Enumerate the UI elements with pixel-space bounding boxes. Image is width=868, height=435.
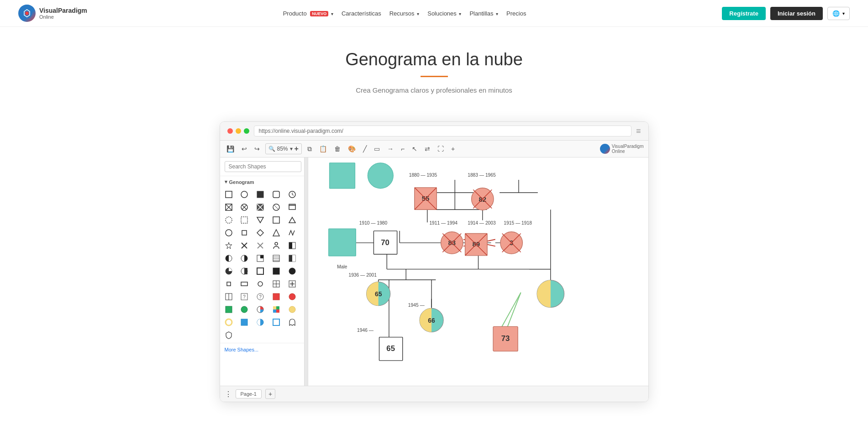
- shape-right-q[interactable]: [238, 265, 250, 277]
- shape-green-sq[interactable]: [223, 304, 235, 315]
- shape-sq-two[interactable]: [223, 291, 235, 303]
- redo-button[interactable]: ↪: [253, 144, 262, 153]
- shape-down-triangle[interactable]: [254, 214, 266, 226]
- shape-sq-grid[interactable]: [270, 278, 282, 290]
- add-page-button[interactable]: +: [265, 389, 275, 399]
- shape-sq-full[interactable]: [270, 265, 282, 277]
- login-button[interactable]: Iniciar sesión: [770, 7, 823, 20]
- shape-rounded-square[interactable]: [270, 189, 282, 200]
- nav-plantillas[interactable]: Plantillas ▾: [469, 10, 498, 17]
- canvas-area[interactable]: 1880 — 1935 1883 — 1965 1910 — 1980 1911…: [308, 157, 648, 386]
- dot-yellow[interactable]: [236, 128, 241, 134]
- shape-square-fill[interactable]: [254, 189, 266, 200]
- shape-q-mark[interactable]: ?: [238, 291, 250, 303]
- shape-blue-half[interactable]: [254, 316, 266, 328]
- shape-sq-outline2[interactable]: [270, 316, 282, 328]
- page-tab[interactable]: Page-1: [236, 389, 262, 398]
- shape-sq-sm2[interactable]: [223, 278, 235, 290]
- shape-three-quarter[interactable]: [223, 265, 235, 277]
- nav-recursos[interactable]: Recursos ▾: [389, 10, 420, 17]
- search-input[interactable]: [225, 161, 301, 172]
- fit-button[interactable]: ⛶: [436, 144, 446, 153]
- shape-clock[interactable]: [286, 189, 298, 200]
- shape-square-dotted[interactable]: [238, 214, 250, 226]
- zoom-out-icon[interactable]: 🔍: [268, 146, 275, 152]
- shape-half-circle-r[interactable]: [238, 252, 250, 264]
- zoom-in-icon[interactable]: +: [295, 145, 299, 153]
- shape-x-mark-2[interactable]: [254, 240, 266, 252]
- shape-circle-sm[interactable]: [254, 278, 266, 290]
- shape-red-circle[interactable]: [286, 291, 298, 303]
- shape-half-sq-b[interactable]: [286, 252, 298, 264]
- svg-rect-5: [273, 191, 279, 198]
- shape-half-black-sq[interactable]: [286, 240, 298, 252]
- shape-x-square-fill[interactable]: [254, 201, 266, 213]
- shape-pie-chart[interactable]: [254, 304, 266, 315]
- nav-precios[interactable]: Precios: [506, 10, 526, 17]
- fill-button[interactable]: 🎨: [346, 144, 358, 153]
- dot-green[interactable]: [244, 128, 249, 134]
- shape-sq-plus[interactable]: [286, 278, 298, 290]
- browser-url-bar[interactable]: https://online.visual-paradigm.com/: [254, 126, 631, 136]
- nav-caracteristicas[interactable]: Características: [342, 10, 381, 17]
- move-button[interactable]: ⇄: [423, 144, 432, 153]
- shape-square-small[interactable]: [238, 227, 250, 239]
- shape-shield[interactable]: [223, 329, 235, 341]
- paste-button[interactable]: 📋: [317, 144, 329, 153]
- zoom-caret-icon[interactable]: ▾: [290, 146, 293, 152]
- shape-x-mark[interactable]: [238, 240, 250, 252]
- shape-circle-3[interactable]: [223, 227, 235, 239]
- rect-button[interactable]: ▭: [372, 144, 382, 153]
- shape-circle-dotted[interactable]: [223, 214, 235, 226]
- shape-yellow-ring[interactable]: [223, 316, 235, 328]
- shape-archive[interactable]: [286, 201, 298, 213]
- shape-circle-full[interactable]: [286, 265, 298, 277]
- logo[interactable]: VisualParadigm Online: [18, 5, 87, 22]
- browser-menu-icon[interactable]: ≡: [636, 126, 641, 136]
- line-button[interactable]: ╱: [361, 144, 368, 153]
- shape-diamond[interactable]: [254, 227, 266, 239]
- shape-sq-color[interactable]: [270, 304, 282, 315]
- shape-zigzag[interactable]: [286, 227, 298, 239]
- shape-yellow-circle[interactable]: [286, 304, 298, 315]
- shape-sq-thin[interactable]: [238, 278, 250, 290]
- shape-ghost[interactable]: [286, 316, 298, 328]
- save-button[interactable]: 💾: [225, 144, 236, 153]
- shape-triangle-2[interactable]: [270, 227, 282, 239]
- delete-button[interactable]: 🗑: [332, 144, 342, 153]
- shape-star[interactable]: [223, 240, 235, 252]
- shape-half-circle-l[interactable]: [223, 252, 235, 264]
- shape-blue-sq[interactable]: [238, 316, 250, 328]
- nav-soluciones[interactable]: Soluciones ▾: [427, 10, 461, 17]
- more-shapes-button[interactable]: More Shapes...: [220, 343, 304, 356]
- shape-up-triangle[interactable]: [286, 214, 298, 226]
- arrow-button[interactable]: →: [385, 144, 395, 153]
- shape-circle-x2[interactable]: [270, 201, 282, 213]
- shape-quarter-sq[interactable]: [254, 252, 266, 264]
- shape-square-2[interactable]: [270, 214, 282, 226]
- copy-button[interactable]: ⧉: [305, 144, 314, 154]
- shape-square[interactable]: [223, 189, 235, 200]
- shape-circle[interactable]: [238, 189, 250, 200]
- shape-person[interactable]: [270, 240, 282, 252]
- nav-producto[interactable]: Producto NUEVO ▾: [283, 10, 333, 17]
- section-caret-icon[interactable]: ▾: [225, 179, 227, 185]
- undo-button[interactable]: ↩: [240, 144, 249, 153]
- page-options-icon[interactable]: ⋮: [225, 390, 232, 398]
- connect-button[interactable]: ⌐: [399, 144, 406, 153]
- shape-q-circle[interactable]: ?: [254, 291, 266, 303]
- shape-x-square[interactable]: [223, 201, 235, 213]
- shape-green-circle[interactable]: [238, 304, 250, 315]
- svg-rect-55: [227, 282, 231, 286]
- shape-x-circle[interactable]: [238, 201, 250, 213]
- add-button[interactable]: +: [449, 144, 457, 153]
- dot-red[interactable]: [227, 128, 233, 134]
- zoom-control[interactable]: 🔍 85% ▾ +: [265, 143, 302, 154]
- sidebar-scrollbar[interactable]: [305, 157, 308, 386]
- shape-sq-border2[interactable]: [254, 265, 266, 277]
- select-button[interactable]: ↖: [410, 144, 419, 153]
- register-button[interactable]: Regístrate: [722, 7, 766, 20]
- shape-lines-sq[interactable]: [270, 252, 282, 264]
- shape-red-sq[interactable]: [270, 291, 282, 303]
- language-button[interactable]: 🌐 ▾: [827, 7, 850, 20]
